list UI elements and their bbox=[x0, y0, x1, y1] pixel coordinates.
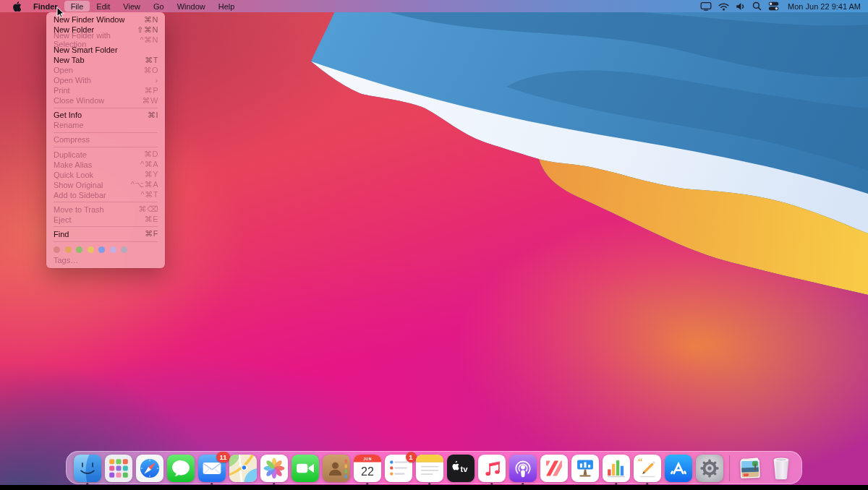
dock-item-finder[interactable] bbox=[74, 455, 101, 482]
dock-item-trash[interactable] bbox=[767, 455, 795, 482]
menu-item-label: Quick Look bbox=[54, 171, 93, 179]
control-center-icon[interactable] bbox=[768, 1, 779, 11]
dock-item-app-store[interactable] bbox=[665, 455, 692, 482]
menu-separator bbox=[54, 241, 158, 242]
dock-item-podcasts[interactable] bbox=[509, 455, 537, 482]
pages-icon: “ bbox=[634, 455, 661, 482]
menu-bar-status: Mon Jun 22 9:41 AM bbox=[700, 1, 861, 11]
menu-item-close-window: Close Window⌘W bbox=[46, 95, 165, 106]
dock-item-notes[interactable] bbox=[416, 455, 443, 482]
status-icons bbox=[700, 1, 779, 11]
menu-go[interactable]: Go bbox=[147, 1, 171, 12]
safari-icon bbox=[136, 455, 163, 482]
notification-badge: 1 bbox=[406, 452, 417, 463]
stack-icon bbox=[736, 455, 764, 482]
tag-colors-row bbox=[46, 244, 165, 255]
tag-color-dot[interactable] bbox=[65, 246, 72, 253]
tag-color-dot[interactable] bbox=[54, 246, 60, 253]
dock-item-calendar[interactable]: JUN22 bbox=[354, 455, 381, 482]
menu-item-label: Make Alias bbox=[54, 160, 92, 169]
menu-item-shortcut: ⌘D bbox=[144, 150, 158, 159]
menu-item-shortcut: ^⌘T bbox=[141, 190, 158, 199]
volume-icon[interactable] bbox=[736, 2, 746, 11]
svg-text:“: “ bbox=[637, 456, 642, 467]
menu-item-new-tab[interactable]: New Tab⌘T bbox=[46, 55, 165, 65]
menu-item-open: Open⌘O bbox=[46, 65, 165, 75]
apple-menu[interactable] bbox=[7, 1, 27, 12]
menu-item-shortcut: ^⌥⌘A bbox=[131, 180, 158, 189]
dock-item-contacts[interactable] bbox=[323, 455, 350, 482]
keynote-icon bbox=[571, 455, 599, 482]
menu-item-make-alias: Make Alias^⌘A bbox=[46, 160, 165, 170]
menu-item-shortcut: ⌘W bbox=[142, 96, 158, 106]
menu-item-label: Open With bbox=[54, 76, 91, 85]
dock-item-music[interactable] bbox=[478, 455, 506, 482]
menu-view[interactable]: View bbox=[116, 1, 147, 12]
display-icon[interactable] bbox=[700, 1, 712, 11]
dock-item-facetime[interactable] bbox=[292, 455, 319, 482]
dock-item-numbers[interactable] bbox=[603, 455, 630, 482]
menu-bar-left: FinderFileEditViewGoWindowHelp bbox=[7, 1, 241, 12]
menu-bar-clock[interactable]: Mon Jun 22 9:41 AM bbox=[788, 2, 861, 11]
tag-color-dot[interactable] bbox=[98, 246, 105, 253]
menu-item-get-info[interactable]: Get Info⌘I bbox=[46, 110, 165, 120]
dock-item-pages[interactable]: “ bbox=[634, 455, 661, 482]
menu-item-shortcut: ⌘N bbox=[144, 15, 158, 25]
dock-item-mail[interactable]: 11 bbox=[198, 455, 226, 482]
dock-item-safari[interactable] bbox=[136, 455, 163, 482]
notes-icon bbox=[416, 455, 443, 482]
menu-separator bbox=[54, 132, 158, 133]
menu-item-label: Rename bbox=[54, 121, 84, 129]
tag-color-dot[interactable] bbox=[76, 246, 82, 253]
menu-item-label: New Smart Folder bbox=[54, 46, 118, 54]
menu-file[interactable]: File bbox=[64, 1, 90, 12]
svg-text:tv: tv bbox=[460, 465, 468, 473]
menu-edit[interactable]: Edit bbox=[90, 1, 116, 12]
numbers-icon bbox=[603, 455, 630, 482]
dock-item-messages[interactable] bbox=[167, 455, 195, 482]
menu-item-tags: Tags… bbox=[46, 255, 165, 265]
file-menu-panel: New Finder Window⌘NNew Folder⇧⌘NNew Fold… bbox=[46, 12, 165, 268]
mouse-cursor bbox=[56, 7, 66, 20]
menu-window[interactable]: Window bbox=[171, 1, 212, 12]
menu-item-shortcut: › bbox=[156, 76, 158, 85]
tag-color-dot[interactable] bbox=[110, 246, 116, 253]
menu-item-label: Open bbox=[54, 66, 73, 74]
menu-item-new-smart-folder[interactable]: New Smart Folder bbox=[46, 45, 165, 55]
tag-color-dot[interactable] bbox=[121, 246, 127, 253]
wifi-icon[interactable] bbox=[718, 2, 729, 11]
tag-color-dot[interactable] bbox=[88, 246, 94, 253]
dock-item-stack[interactable] bbox=[736, 455, 764, 482]
dock-item-system-preferences[interactable] bbox=[696, 455, 723, 482]
dock-item-maps[interactable] bbox=[229, 455, 257, 482]
menu-help[interactable]: Help bbox=[212, 1, 242, 12]
menu-item-find[interactable]: Find⌘F bbox=[46, 229, 165, 239]
menu-item-shortcut: ⌘⌫ bbox=[138, 205, 158, 214]
appstore-icon bbox=[665, 455, 692, 482]
dock-separator bbox=[729, 455, 730, 481]
menu-item-label: Close Window bbox=[54, 96, 104, 105]
menu-item-shortcut: ⇧⌘N bbox=[137, 25, 158, 35]
photos-icon bbox=[260, 455, 288, 482]
dock-item-reminders[interactable]: 1 bbox=[385, 455, 412, 482]
dock-item-news[interactable] bbox=[540, 455, 568, 482]
menu-item-label: Find bbox=[54, 230, 69, 238]
dock-item-keynote[interactable] bbox=[571, 455, 599, 482]
menu-item-label: Duplicate bbox=[54, 150, 87, 159]
menu-item-label: New Tab bbox=[54, 56, 85, 64]
menu-item-eject: Eject⌘E bbox=[46, 215, 165, 225]
menu-item-shortcut: ⌘F bbox=[145, 229, 158, 238]
menu-item-label: Print bbox=[54, 86, 70, 95]
menu-item-shortcut: ^⌘N bbox=[140, 35, 158, 45]
dock-item-tv[interactable]: tv bbox=[447, 455, 475, 482]
menu-item-shortcut: ⌘Y bbox=[145, 170, 158, 179]
dock-item-photos[interactable] bbox=[260, 455, 288, 482]
menu-item-label: Move to Trash bbox=[54, 205, 104, 214]
menu-item-new-folder-with-selection: New Folder with Selection^⌘N bbox=[46, 35, 165, 45]
menu-separator bbox=[54, 147, 158, 147]
dock-item-launchpad[interactable] bbox=[105, 455, 132, 482]
spotlight-icon[interactable] bbox=[752, 1, 762, 11]
menu-item-label: Show Original bbox=[54, 181, 103, 189]
news-icon bbox=[540, 455, 568, 482]
menu-item-shortcut: ⌘T bbox=[145, 56, 158, 65]
